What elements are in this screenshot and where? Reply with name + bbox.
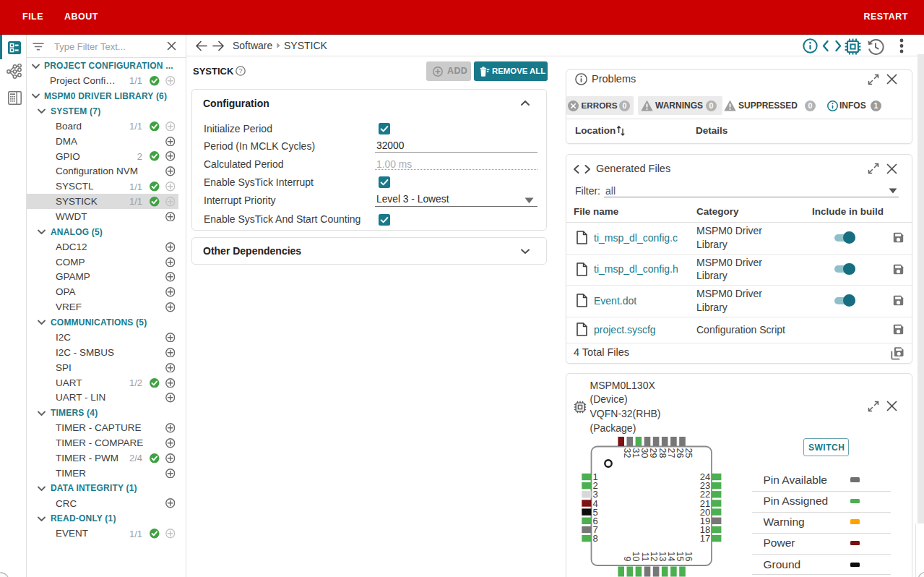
svg-text:32: 32 — [622, 448, 632, 458]
svg-text:13: 13 — [657, 552, 668, 562]
svg-text:10: 10 — [631, 552, 641, 562]
svg-text:16: 16 — [683, 552, 694, 562]
svg-text:30: 30 — [639, 448, 649, 458]
svg-text:25: 25 — [683, 448, 694, 458]
svg-text:14: 14 — [666, 552, 676, 562]
svg-text:11: 11 — [640, 552, 650, 562]
svg-text:15: 15 — [675, 552, 685, 562]
svg-text:?: ? — [238, 67, 242, 74]
svg-text:8: 8 — [593, 533, 598, 544]
svg-text:29: 29 — [648, 448, 658, 458]
svg-text:28: 28 — [657, 448, 668, 458]
svg-text:12: 12 — [649, 552, 659, 562]
svg-text:31: 31 — [631, 448, 641, 458]
svg-text:26: 26 — [675, 448, 685, 458]
svg-text:0: 0 — [808, 101, 812, 110]
svg-text:0: 0 — [622, 101, 626, 110]
svg-text:9: 9 — [622, 557, 632, 562]
svg-text:27: 27 — [666, 448, 676, 458]
svg-text:1: 1 — [873, 101, 878, 110]
svg-text:0: 0 — [709, 101, 713, 110]
svg-text:17: 17 — [700, 533, 710, 544]
